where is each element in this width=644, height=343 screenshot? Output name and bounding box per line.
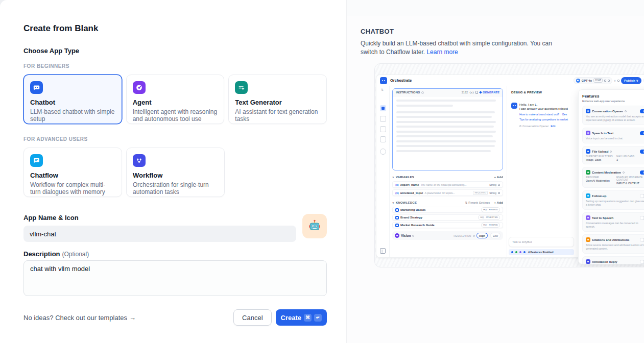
moderation-feature-dot bbox=[515, 251, 518, 254]
feature-content-moderation: Content Moderation PROVIDER OpenAI Moder… bbox=[582, 167, 644, 188]
variable-row: {x} unrelated_topic A placeholder for to… bbox=[392, 189, 503, 196]
tune-icon bbox=[617, 80, 619, 82]
feature-toggle bbox=[640, 150, 644, 154]
app-type-card-text-generator[interactable]: Text Generator AI assistant for text gen… bbox=[228, 75, 327, 124]
beginner-app-type-cards: Chatbot LLM-based chatbot with simple se… bbox=[23, 75, 327, 124]
app-icon-picker[interactable] bbox=[302, 214, 327, 238]
robot-emoji-icon bbox=[307, 219, 322, 233]
app-type-card-chatflow[interactable]: Chatflow Workflow for complex multi-turn… bbox=[23, 148, 122, 197]
chat-input-placeholder: Talk to DifyBot bbox=[509, 237, 574, 247]
templates-link[interactable]: No ideas? Check out our templates→ bbox=[23, 314, 136, 322]
retrieval-badge: HQ · HYBRID bbox=[481, 223, 500, 228]
variables-section-header: ∨ VARIABLES + Add bbox=[392, 174, 503, 180]
logs-icon bbox=[380, 136, 386, 142]
chevron-down-icon: ∨ bbox=[392, 201, 394, 204]
description-textarea[interactable]: chat with vllm model bbox=[23, 260, 327, 296]
app-type-desc: AI assistant for text generation tasks bbox=[235, 108, 320, 122]
suggested-question: Tips for analyzing competitors in market bbox=[519, 118, 568, 121]
dataset-icon bbox=[395, 224, 399, 227]
variable-row: {x} expert_name The name of the strategi… bbox=[392, 181, 503, 188]
bot-avatar bbox=[511, 103, 517, 109]
publish-button: Publish ∨ bbox=[621, 77, 641, 84]
feature-annotation-reply: Annotation Reply bbox=[582, 256, 644, 264]
opener-icon bbox=[519, 125, 521, 127]
feature-speech-to-text: Speech to Text Voice input can be used i… bbox=[582, 128, 644, 143]
info-icon bbox=[412, 235, 414, 237]
choose-app-type-label: Choose App Type bbox=[23, 47, 327, 55]
feature-toggle bbox=[640, 216, 644, 220]
knowledge-section-header: ∨ KNOWLEDGE ⇅ Rerank Settings + Add bbox=[392, 200, 503, 205]
create-button-label: Create bbox=[281, 314, 301, 322]
microphone-icon bbox=[604, 80, 606, 82]
speech-to-text-icon bbox=[586, 131, 590, 135]
feature-conversation-opener: Conversation Opener You are an entity ex… bbox=[582, 106, 644, 125]
preview-mini-sidebar: ⇅ bbox=[376, 86, 390, 257]
speech-feature-dot bbox=[519, 251, 522, 254]
app-type-preview-panel: CHATBOT Quickly build an LLM-based chatb… bbox=[346, 0, 644, 343]
preview-description: Quickly build an LLM-based chatbot with … bbox=[361, 39, 567, 57]
preview-window-title: Orchestrate bbox=[390, 78, 412, 83]
info-icon bbox=[625, 110, 627, 112]
cancel-button[interactable]: Cancel bbox=[233, 309, 271, 326]
opener-feature-dot bbox=[511, 251, 514, 254]
app-type-name: Agent bbox=[133, 99, 218, 107]
citations-icon bbox=[586, 237, 590, 242]
app-type-name: Text Generator bbox=[235, 99, 320, 107]
features-enabled-bar: 4 Features Enabled bbox=[509, 249, 574, 255]
learn-more-link[interactable]: Learn more bbox=[426, 48, 458, 56]
api-icon bbox=[380, 126, 386, 132]
generate-button: GENERATE bbox=[480, 91, 499, 94]
vision-icon bbox=[395, 233, 399, 238]
cmd-key-icon: ⌘ bbox=[304, 314, 312, 322]
top-strip bbox=[347, 0, 644, 15]
dataset-icon bbox=[395, 216, 399, 219]
file-upload-icon bbox=[586, 149, 590, 154]
page-title: Create from Blank bbox=[23, 23, 327, 34]
preview-heading: CHATBOT bbox=[361, 28, 630, 35]
resolution-high-option: High bbox=[476, 233, 488, 238]
content-moderation-icon bbox=[586, 170, 590, 175]
add-variable-button: + Add bbox=[494, 176, 503, 179]
suggested-question: Bes bbox=[562, 113, 567, 116]
token-count: 2182 bbox=[462, 91, 468, 94]
app-type-card-chatbot[interactable]: Chatbot LLM-based chatbot with simple se… bbox=[23, 75, 122, 124]
instructions-card: INSTRUCTIONS 2182 {x} GENERATE bbox=[392, 88, 503, 170]
app-type-card-agent[interactable]: Agent Intelligent agent with reasoning a… bbox=[126, 75, 225, 124]
feature-toggle bbox=[640, 194, 644, 198]
feature-citations: Citations and Attributions Show source d… bbox=[582, 234, 644, 254]
model-provider-icon bbox=[576, 79, 580, 83]
chatbot-preview-image: Orchestrate GPT-4o CHAT ∨ Publish ∨ bbox=[374, 63, 644, 267]
orchestrate-config-column: INSTRUCTIONS 2182 {x} GENERATE bbox=[392, 88, 503, 240]
edit-opener-link: Edit bbox=[551, 125, 555, 128]
app-type-desc: LLM-based chatbot with simple setup bbox=[30, 108, 115, 122]
add-knowledge-button: + Add bbox=[494, 201, 503, 204]
app-type-card-workflow[interactable]: Workflow Orchestration for single-turn a… bbox=[126, 148, 225, 197]
preview-icon bbox=[380, 116, 386, 122]
annotation-reply-icon bbox=[586, 259, 590, 264]
variables-icon: {x} bbox=[469, 91, 474, 94]
variable-icon: {x} bbox=[395, 183, 399, 186]
app-avatar-icon bbox=[380, 77, 387, 84]
feature-file-upload: File Upload SUPPORT FILE TYPES Image, Do… bbox=[582, 146, 644, 164]
knowledge-row: Marketing Basics HQ · HYBRID bbox=[392, 207, 503, 213]
app-type-desc: Orchestration for single-turn automation… bbox=[133, 181, 218, 195]
arrow-right-icon: → bbox=[129, 314, 136, 322]
app-type-desc: Workflow for complex multi-turn dialogue… bbox=[30, 181, 115, 195]
feature-toggle bbox=[640, 131, 644, 135]
app-name-input[interactable] bbox=[23, 226, 296, 242]
variable-settings-icon bbox=[498, 184, 500, 186]
info-icon bbox=[610, 151, 612, 153]
spark-icon bbox=[479, 91, 482, 94]
feature-toggle bbox=[640, 238, 644, 242]
chevron-down-icon: ∨ bbox=[392, 176, 394, 179]
section-for-advanced-users: FOR ADVANCED USERS bbox=[23, 136, 327, 142]
feature-follow-up: Follow-up Setting up next questions sugg… bbox=[582, 190, 644, 210]
conversation-opener-icon bbox=[586, 109, 590, 113]
app-type-desc: Intelligent agent with reasoning and aut… bbox=[133, 108, 218, 122]
workflow-icon bbox=[133, 154, 146, 167]
suggested-question: How to make a brand stand out? bbox=[519, 113, 559, 116]
text-to-speech-icon bbox=[586, 215, 590, 220]
app-type-name: Workflow bbox=[133, 172, 218, 180]
create-button[interactable]: Create ⌘ ↵ bbox=[276, 309, 327, 326]
monitoring-icon bbox=[380, 149, 386, 155]
